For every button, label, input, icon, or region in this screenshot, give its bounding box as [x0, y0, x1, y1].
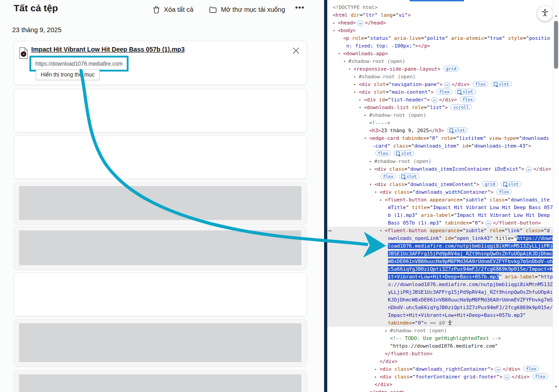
scrollbar-up-arrow[interactable]: ▲	[553, 14, 559, 18]
expand-arrow-closed-icon[interactable]: ▸	[380, 196, 382, 204]
delete-all-button[interactable]: Xóa tất cả	[153, 4, 193, 15]
devtools-tree-line[interactable]: Bass 057b (1).mp3" tabindex="0">…</fluen…	[327, 219, 559, 227]
layout-badge-flex[interactable]: flex	[375, 150, 391, 156]
scrollbar-down-arrow[interactable]: ▼	[553, 385, 559, 389]
expand-arrow-closed-icon[interactable]: ▸	[359, 96, 361, 104]
collapsed-content-ellipsis[interactable]: …	[495, 367, 501, 373]
devtools-tree-line[interactable]: tabindex="0"> == $0	[327, 319, 559, 327]
expand-arrow-closed-icon[interactable]: ▸	[375, 365, 377, 373]
download-filename-link[interactable]: Impact Hit Vibrant Low Hit Deep Bass 057…	[31, 46, 185, 53]
devtools-scrollbar[interactable]: ▲ ▼	[553, 0, 559, 392]
devtools-tree-line[interactable]: <p role="status" aria-live="polite" aria…	[327, 34, 559, 42]
devtools-tree-line[interactable]: ▾…<fluent-button appearance="subtle" rol…	[327, 227, 559, 234]
devtools-tree-line[interactable]: nDbdV-uhc5a66iqYgJB0ziQpti3Z7zPus94mFJ/2…	[327, 304, 559, 311]
node-more-actions-icon[interactable]: …	[328, 225, 332, 233]
devtools-tree-line[interactable]: <!---->	[327, 119, 559, 127]
scrollbar-thumb[interactable]	[554, 21, 558, 69]
expand-arrow-open-icon[interactable]: ▾	[354, 88, 356, 96]
accessibility-fab[interactable]	[537, 6, 553, 21]
devtools-tree-line[interactable]: ▸<div class="footerContainer grid-footer…	[327, 373, 559, 381]
devtools-tree-line[interactable]: "https://download1076.mediafire.com"	[327, 342, 559, 350]
expand-arrow-closed-icon[interactable]: ▸	[364, 111, 367, 119]
expand-arrow-closed-icon[interactable]: ▸	[333, 19, 335, 27]
devtools-tree-line[interactable]: </edge-card>	[327, 388, 559, 392]
expand-arrow-open-icon[interactable]: ▾	[359, 104, 361, 111]
open-downloads-folder-button[interactable]: Mở thư mục tải xuống	[209, 4, 285, 15]
devtools-tree-line[interactable]: </div>	[327, 358, 559, 365]
devtools-tree-line[interactable]: ▸<div class="downloads_rightContainer">……	[327, 365, 559, 373]
layout-badge-grid[interactable]: grid	[482, 181, 498, 187]
layout-badge-scroll[interactable]: scroll	[450, 104, 471, 110]
expand-arrow-closed-icon[interactable]: ▸	[354, 81, 356, 88]
devtools-tree-line[interactable]: ▾#shadow-root (open)	[327, 57, 559, 65]
expand-arrow-open-icon[interactable]: ▾	[364, 134, 367, 142]
layout-badge-flex[interactable]: flex	[380, 173, 396, 179]
close-icon[interactable]	[292, 47, 301, 56]
expand-arrow-open-icon[interactable]: ▾	[344, 57, 346, 65]
expand-arrow-open-icon[interactable]: ▾	[380, 227, 382, 234]
devtools-tree-line[interactable]: b (1).mp3" aria-label="Impact Hit Vibran…	[327, 211, 559, 219]
devtools-tree-line[interactable]: ▾<body>	[327, 27, 559, 34]
layout-badge-slot[interactable]: slot	[491, 81, 512, 87]
devtools-tree-line[interactable]: ▸<div id="list-header">…</div>flex	[327, 96, 559, 104]
layout-badge-slot[interactable]: slot	[399, 173, 420, 179]
devtools-tree-line[interactable]: ▾<responsive-side-pane-layout>grid	[327, 65, 559, 73]
layout-badge-flex[interactable]: flex	[460, 96, 476, 102]
expand-arrow-closed-icon[interactable]: ▸	[385, 327, 387, 335]
collapsed-content-ellipsis[interactable]: …	[526, 167, 532, 172]
devtools-split-divider[interactable]	[324, 0, 327, 392]
show-in-folder-tooltip[interactable]: Hiển thị trong thư mục	[36, 69, 100, 80]
expand-arrow-closed-icon[interactable]: ▸	[354, 73, 356, 81]
source-url[interactable]: https://download1076.mediafire.com	[35, 61, 123, 67]
devtools-tree-line[interactable]: ▸<head>…</head>	[327, 19, 559, 27]
devtools-tree-line[interactable]: ▸<div class="downloads_itemIconContainer…	[327, 165, 559, 173]
devtools-tree-line[interactable]: Impact+Hit+Vibrant+Low+Hit+Deep+Bass+057…	[327, 311, 559, 319]
devtools-tree-line[interactable]: ▾<downloads-app>	[327, 50, 559, 57]
devtools-tree-line[interactable]: ▾<edge-card tabindex="0" role="listitem"…	[327, 134, 559, 142]
devtools-tree-line[interactable]: ▸#shadow-root (open)	[327, 327, 559, 335]
collapsed-content-ellipsis[interactable]: …	[431, 97, 438, 103]
devtools-tree-line[interactable]: flexslot	[327, 150, 559, 158]
expand-arrow-open-icon[interactable]: ▾	[369, 181, 372, 188]
devtools-tree-line[interactable]: ▸#shadow-root (open)	[327, 111, 559, 119]
devtools-tree-line[interactable]: n: fixed; top: -100px;"></p>	[327, 42, 559, 50]
layout-badge-flex[interactable]: flex	[436, 89, 452, 95]
more-options-button[interactable]: •••	[295, 2, 305, 14]
devtools-tree-line[interactable]: -card" class="downloads_item" id="downlo…	[327, 142, 559, 150]
devtools-tree-line[interactable]: flexslot	[327, 173, 559, 181]
devtools-tree-line[interactable]: ownloads_openLink" id="open_link43" titl…	[327, 234, 559, 242]
devtools-tree-line[interactable]: c5a66iqYgJB0ziQpti3Z7zPus94mFJ/2fcg6869k…	[327, 265, 559, 273]
collapsed-content-ellipsis[interactable]: …	[444, 82, 450, 88]
devtools-tree-line[interactable]: KJDjDhmcW8xDE061nVB80uucHa9pM8FMd36A0rUd…	[327, 296, 559, 304]
expand-arrow-open-icon[interactable]: ▾	[333, 27, 335, 34]
collapsed-content-ellipsis[interactable]: …	[357, 20, 363, 26]
devtools-tree-line[interactable]: it+Vibrant+Low+Hit+Deep+Bass+057b.mp3" a…	[327, 273, 559, 281]
expand-arrow-closed-icon[interactable]: ▸	[375, 373, 377, 381]
layout-badge-slot[interactable]: slot	[455, 89, 476, 95]
devtools-tree-line[interactable]: s://download1076.mediafire.com/nutpjbmb1…	[327, 281, 559, 288]
devtools-tree-line[interactable]: ▸#shadow-root (open)	[327, 73, 559, 81]
devtools-tree-line[interactable]: ▸<div slot="navigation-pane">…</div>flex…	[327, 81, 559, 88]
devtools-tree-line[interactable]: load1076.mediafire.com/nutpjbmb1iqgi8ikM…	[327, 242, 559, 250]
devtools-tree-line[interactable]: ▸<fluent-button appearance="subtle" clas…	[327, 196, 559, 204]
devtools-tree-line[interactable]: yLLjiPRjJBSE1Uc3AFFrg15jPd9pRV4aj_RZt9hs…	[327, 288, 559, 296]
devtools-tree-line[interactable]: ▾<downloads-list role="list">scroll	[327, 104, 559, 111]
devtools-tree-line[interactable]: <!-- TODO: Use getHighlightedText -->	[327, 335, 559, 342]
devtools-tree-line[interactable]: </fluent-button>	[327, 350, 559, 358]
devtools-tree-line[interactable]: ▸#shadow-root (open)	[327, 158, 559, 165]
layout-badge-slot[interactable]: slot	[393, 150, 414, 156]
collapsed-content-ellipsis[interactable]: …	[485, 220, 492, 226]
layout-badge-flex[interactable]: flex	[496, 189, 512, 195]
download-item-card[interactable]: Impact Hit Vibrant Low Hit Deep Bass 057…	[14, 41, 307, 85]
layout-badge-flex[interactable]: flex	[532, 373, 548, 379]
devtools-tree-line[interactable]: <!DOCTYPE html>	[327, 4, 559, 11]
layout-badge-flex[interactable]: flex	[473, 81, 488, 87]
expand-arrow-closed-icon[interactable]: ▸	[369, 158, 372, 165]
devtools-tree-line[interactable]: W8xDE061nVB80uucHa9pM8FMd36A0rUdnmEVZFYF…	[327, 258, 559, 265]
devtools-tree-line[interactable]: mTitle" title="Impact Hit Vibrant Low Hi…	[327, 204, 559, 211]
layout-badge-flex[interactable]: flex	[523, 366, 539, 372]
expand-arrow-open-icon[interactable]: ▾	[375, 188, 377, 196]
expand-arrow-open-icon[interactable]: ▾	[338, 50, 340, 57]
devtools-tree-line[interactable]: </div>	[327, 381, 559, 388]
collapsed-content-ellipsis[interactable]: …	[504, 374, 510, 380]
